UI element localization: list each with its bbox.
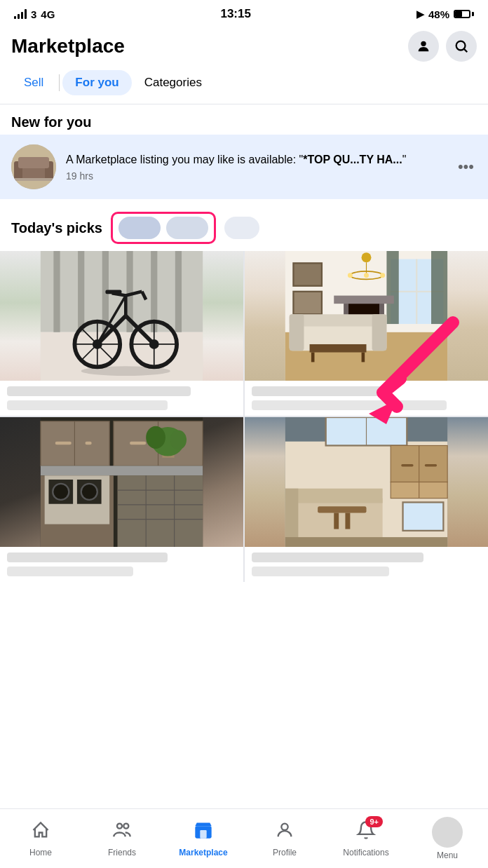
picks-filter-2[interactable] <box>166 217 208 239</box>
svg-rect-97 <box>401 464 413 466</box>
svg-rect-8 <box>11 178 56 181</box>
svg-rect-45 <box>293 263 321 285</box>
location-icon: ▶ <box>416 8 424 20</box>
svg-rect-68 <box>55 442 72 445</box>
carrier-label: 3 <box>31 8 36 20</box>
product-info-4 <box>245 547 488 582</box>
new-for-you-header: New for you <box>0 104 488 135</box>
battery-icon <box>454 10 474 18</box>
svg-point-36 <box>81 366 170 376</box>
nav-menu[interactable]: Menu <box>407 809 488 868</box>
notification-badge: 9+ <box>365 816 383 827</box>
svg-point-57 <box>362 252 372 262</box>
product-info-3 <box>0 547 243 582</box>
bike-svg <box>0 251 243 381</box>
svg-point-61 <box>364 273 369 278</box>
svg-rect-100 <box>285 489 383 503</box>
price-blur-3 <box>7 552 168 562</box>
living-room-svg <box>245 251 488 381</box>
svg-point-0 <box>421 41 426 46</box>
notif-avatar <box>11 144 56 189</box>
svg-rect-111 <box>200 830 206 839</box>
header-icons <box>408 31 477 62</box>
svg-rect-70 <box>130 442 146 445</box>
name-blur-4 <box>252 567 389 576</box>
svg-point-112 <box>281 823 287 829</box>
nav-profile[interactable]: Profile <box>244 809 325 868</box>
svg-point-78 <box>53 484 69 500</box>
notif-message: A Marketplace listing you may like is av… <box>66 152 445 168</box>
svg-rect-72 <box>41 466 203 475</box>
svg-point-88 <box>146 426 165 449</box>
product-card-2[interactable] <box>245 251 488 416</box>
home-icon <box>31 820 50 845</box>
svg-rect-54 <box>310 344 367 353</box>
tab-categories[interactable]: Categories <box>132 70 215 95</box>
svg-point-62 <box>380 273 385 278</box>
nav-notifications-label: Notifications <box>343 848 388 857</box>
nav-marketplace-label: Marketplace <box>179 848 227 857</box>
product-grid <box>0 251 488 582</box>
product-card-4[interactable] <box>245 417 488 582</box>
product-info-1 <box>0 381 243 416</box>
status-bar: 3 4G 13:15 ▶ 48% <box>0 0 488 25</box>
svg-rect-55 <box>311 353 315 362</box>
tab-for-you[interactable]: For you <box>62 70 131 95</box>
bottom-nav: Home Friends Marketplace <box>0 808 488 868</box>
tab-sell[interactable]: Sell <box>11 70 56 95</box>
notif-time: 19 hrs <box>66 170 445 182</box>
svg-rect-46 <box>293 292 321 314</box>
nav-marketplace[interactable]: Marketplace <box>163 809 244 868</box>
tab-bar: Sell For you Categories <box>0 70 488 104</box>
nav-menu-label: Menu <box>437 850 458 860</box>
svg-point-79 <box>81 484 97 500</box>
more-options-button[interactable]: ••• <box>455 155 477 179</box>
person-icon <box>416 39 431 54</box>
status-right: ▶ 48% <box>416 8 474 20</box>
price-blur-1 <box>7 386 191 396</box>
page-title: Marketplace <box>11 35 125 57</box>
svg-point-108 <box>117 823 122 828</box>
nav-home[interactable]: Home <box>0 809 81 868</box>
svg-point-89 <box>170 430 187 450</box>
profile-nav-icon <box>275 820 294 845</box>
product-image-bike <box>0 251 243 381</box>
new-for-you-title: New for you <box>11 114 91 130</box>
notification-banner[interactable]: A Marketplace listing you may like is av… <box>0 135 488 199</box>
svg-rect-80 <box>118 475 203 547</box>
product-card-1[interactable] <box>0 251 243 416</box>
price-blur-4 <box>252 552 423 562</box>
svg-rect-69 <box>85 442 91 445</box>
picks-filter-3[interactable] <box>224 217 259 239</box>
picks-filter-1[interactable] <box>118 217 161 239</box>
profile-button[interactable] <box>408 31 439 62</box>
search-button[interactable] <box>446 31 477 62</box>
network-label: 4G <box>41 8 55 20</box>
todays-picks-row: Today's picks <box>0 202 488 251</box>
nav-notifications[interactable]: 9+ Notifications <box>325 809 407 868</box>
name-blur-3 <box>7 567 133 576</box>
svg-line-2 <box>464 49 467 52</box>
svg-rect-7 <box>18 157 49 168</box>
nav-friends[interactable]: Friends <box>81 809 163 868</box>
svg-rect-53 <box>372 314 387 351</box>
svg-rect-52 <box>290 314 304 351</box>
listing-thumbnail <box>11 144 56 189</box>
svg-rect-104 <box>345 513 350 529</box>
signal-icon <box>14 9 27 19</box>
svg-rect-56 <box>362 353 365 362</box>
product-image-caravan <box>245 417 488 547</box>
price-blur-2 <box>252 386 389 396</box>
product-card-3[interactable] <box>0 417 243 582</box>
svg-rect-49 <box>334 296 394 304</box>
tab-divider <box>59 74 60 91</box>
time-label: 13:15 <box>220 7 250 21</box>
svg-rect-105 <box>285 537 447 547</box>
svg-rect-44 <box>431 251 447 324</box>
svg-point-109 <box>123 823 128 828</box>
picks-filters-highlighted[interactable] <box>111 212 216 244</box>
product-info-2 <box>245 381 488 416</box>
search-icon <box>454 39 469 54</box>
battery-percent: 48% <box>428 8 449 20</box>
friends-icon <box>112 820 132 845</box>
